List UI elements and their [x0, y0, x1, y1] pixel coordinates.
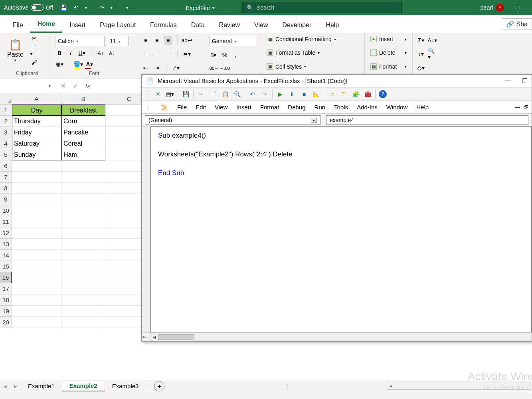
cell[interactable] — [12, 205, 61, 216]
row-header[interactable]: 19 — [0, 306, 12, 317]
menu-help[interactable]: Help — [416, 104, 429, 111]
properties-icon[interactable]: 🗒 — [339, 90, 348, 99]
align-middle-icon[interactable]: ≡ — [152, 36, 161, 45]
wrap-text-icon[interactable]: ab↩ — [182, 36, 191, 45]
cell[interactable] — [61, 205, 105, 216]
menu-edit[interactable]: Edit — [196, 104, 206, 111]
cell[interactable] — [12, 216, 61, 227]
scroll-left-icon[interactable]: ◂ — [387, 383, 394, 389]
toolbar-grip-icon[interactable]: ⋮ — [145, 104, 151, 111]
borders-button[interactable]: ▦▾ — [55, 60, 64, 69]
row-header[interactable]: 7 — [0, 172, 12, 183]
menu-tools[interactable]: Tools — [334, 104, 348, 111]
menu-view[interactable]: View — [215, 104, 227, 111]
cell[interactable] — [12, 261, 61, 272]
cut-icon[interactable]: ✂ — [30, 34, 39, 43]
toggle-icon[interactable] — [31, 4, 44, 11]
autosum-icon[interactable]: Σ▾ — [417, 36, 425, 45]
vba-title-bar[interactable]: 📄 Microsoft Visual Basic for Application… — [142, 75, 532, 87]
enter-icon[interactable]: ✓ — [73, 82, 78, 90]
fill-icon[interactable]: ↓▾ — [417, 49, 425, 58]
save-icon[interactable]: 💾 — [59, 4, 67, 12]
cell[interactable]: Day — [12, 105, 61, 116]
object-browser-icon[interactable]: 🧩 — [351, 90, 360, 99]
tab-file[interactable]: File — [6, 18, 30, 33]
cell[interactable] — [12, 283, 61, 294]
align-bottom-icon[interactable]: ≡ — [164, 36, 172, 45]
increase-decimal-icon[interactable]: .00← — [209, 64, 218, 73]
vba-code-pane[interactable]: Sub example4() Worksheets("Example2").Ro… — [150, 126, 532, 332]
break-icon[interactable]: ⏸ — [288, 90, 297, 99]
row-header[interactable]: 15 — [0, 261, 12, 272]
vba-horizontal-scrollbar[interactable]: ◂ — [150, 332, 532, 341]
menu-run[interactable]: Run — [314, 104, 326, 111]
col-header-a[interactable]: A — [12, 93, 61, 105]
tab-data[interactable]: Data — [184, 18, 212, 33]
cell[interactable]: Pancake — [61, 127, 105, 138]
align-top-icon[interactable]: ≡ — [141, 36, 150, 45]
toolbar-grip-icon[interactable]: ⋮ — [144, 90, 150, 98]
font-color-button[interactable]: A▾ — [85, 60, 94, 69]
menu-addins[interactable]: Add-Ins — [357, 104, 378, 111]
font-size-dropdown[interactable]: 11▾ — [107, 36, 129, 46]
new-sheet-button[interactable]: + — [154, 381, 164, 391]
menu-debug[interactable]: Debug — [288, 104, 305, 111]
align-left-icon[interactable]: ≡ — [141, 49, 150, 58]
redo-icon[interactable]: ↷ — [98, 4, 106, 12]
underline-button[interactable]: U▾ — [77, 49, 86, 57]
cell[interactable] — [12, 172, 61, 183]
increase-indent-icon[interactable]: ⇥ — [152, 63, 161, 72]
cell[interactable] — [61, 216, 105, 227]
row-header[interactable]: 16 — [0, 272, 12, 283]
chevron-down-icon[interactable]: ▾ — [107, 4, 115, 12]
maximize-icon[interactable]: ☐ — [522, 77, 528, 85]
row-header[interactable]: 3 — [0, 127, 12, 138]
row-header[interactable]: 13 — [0, 239, 12, 250]
tab-developer[interactable]: Developer — [275, 18, 318, 33]
row-header[interactable]: 11 — [0, 216, 12, 227]
insert-module-icon[interactable]: ▤▾ — [166, 90, 174, 99]
cell[interactable] — [61, 227, 105, 239]
qat-more-icon[interactable]: ▾ — [123, 4, 131, 12]
cell[interactable] — [61, 250, 105, 261]
menu-window[interactable]: Window — [386, 104, 407, 111]
format-cells-button[interactable]: ▤Format▾ — [369, 63, 408, 71]
bold-button[interactable]: B — [55, 49, 64, 57]
row-header[interactable]: 9 — [0, 194, 12, 205]
align-right-icon[interactable]: ≡ — [164, 49, 172, 58]
cell[interactable] — [61, 317, 105, 328]
view-code-icon[interactable]: 📜 — [160, 103, 168, 112]
comma-icon[interactable]: , — [231, 51, 240, 59]
scroll-thumb[interactable] — [158, 334, 194, 340]
menu-file[interactable]: File — [177, 104, 187, 111]
find-select-icon[interactable]: 🔍▾ — [428, 49, 437, 58]
cell[interactable] — [61, 306, 105, 317]
find-icon[interactable]: 🔍 — [233, 90, 241, 99]
excel-icon[interactable]: X — [154, 90, 162, 99]
row-header[interactable]: 1 — [0, 105, 12, 116]
row-header[interactable]: 20 — [0, 317, 12, 328]
font-name-dropdown[interactable]: Calibri▾ — [55, 36, 105, 46]
object-dropdown[interactable]: (General) ▾ — [145, 115, 320, 125]
cell[interactable] — [12, 227, 61, 239]
paste-icon[interactable]: 📋 — [221, 90, 229, 99]
conditional-formatting-button[interactable]: ▦Conditional Formatting▾ — [265, 35, 360, 43]
tab-scroll-left[interactable]: ◂ — [0, 383, 10, 390]
undo-icon[interactable]: ↶ — [72, 4, 80, 12]
row-header[interactable]: 18 — [0, 294, 12, 306]
scroll-left-icon[interactable]: ◂ — [150, 333, 158, 341]
sort-filter-icon[interactable]: A↓▾ — [428, 36, 437, 45]
clear-icon[interactable]: ◇▾ — [417, 63, 425, 72]
cell-styles-button[interactable]: ▦Cell Styles▾ — [265, 63, 360, 71]
undo-icon[interactable]: ↶ — [248, 90, 257, 99]
cell[interactable] — [12, 194, 61, 205]
vba-window[interactable]: 📄 Microsoft Visual Basic for Application… — [141, 74, 532, 342]
decrease-font-icon[interactable]: A↓ — [107, 49, 116, 57]
cell[interactable] — [12, 239, 61, 250]
menu-insert[interactable]: Insert — [236, 104, 251, 111]
cell[interactable]: Thursday — [12, 116, 61, 127]
cell[interactable]: Saturday — [12, 138, 61, 149]
cell[interactable]: Ham — [61, 149, 105, 160]
reset-icon[interactable]: ■ — [300, 90, 309, 99]
row-header[interactable]: 6 — [0, 160, 12, 172]
